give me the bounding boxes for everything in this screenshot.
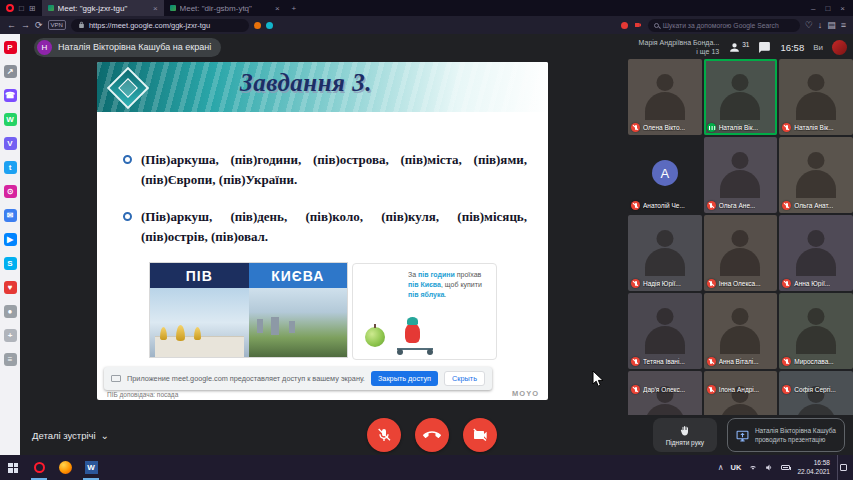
participant-tile[interactable]: Анна Юрії...	[779, 215, 853, 291]
workspaces-icon[interactable]: ⊞	[29, 4, 36, 13]
participant-name: Ольга Анат...	[794, 202, 833, 209]
caption-highlight: пів години	[418, 271, 455, 278]
participant-tile[interactable]: Анна Віталі...	[704, 293, 778, 369]
taskbar-word-icon[interactable]: W	[78, 455, 104, 480]
city-photo	[249, 288, 348, 357]
participant-tile[interactable]: Інна Олекса...	[704, 215, 778, 291]
viber-icon[interactable]: V	[4, 137, 17, 150]
participant-tile[interactable]: А Анатолій Че...	[628, 137, 702, 213]
extension-icon[interactable]	[254, 22, 261, 29]
tab-close-icon[interactable]: ×	[275, 4, 280, 13]
chat-icon[interactable]	[758, 41, 771, 54]
tray-chevron-up-icon[interactable]: ∧	[718, 463, 724, 472]
taskbar-time: 16:58	[797, 459, 830, 468]
participant-name: Анатолій Че...	[643, 202, 685, 209]
caption-highlight: пів яблука	[408, 291, 444, 298]
taskbar-firefox-icon[interactable]	[52, 455, 78, 480]
participant-tile[interactable]: Наталія Вік...	[704, 59, 778, 135]
participant-tile[interactable]: Наталія Вік...	[779, 59, 853, 135]
screen-share-indicator-icon[interactable]	[621, 22, 628, 29]
favorites-heart-icon[interactable]: ♥	[4, 281, 17, 294]
address-bar[interactable]: https://meet.google.com/ggk-jzxr-tgu	[71, 19, 249, 32]
camera-toggle-button[interactable]	[463, 418, 497, 452]
mic-muted-icon	[707, 357, 716, 366]
window-maximize-button[interactable]: □	[825, 4, 830, 13]
messenger-icon[interactable]: ▶	[4, 233, 17, 246]
hide-notice-button[interactable]: Скрыть	[444, 371, 485, 386]
caption-part: За	[408, 271, 418, 278]
new-tab-button[interactable]: +	[286, 4, 303, 13]
extension-icon[interactable]	[266, 22, 273, 29]
browser-tab-active[interactable]: Meet: "ggk-jzxr-tgu" ×	[42, 0, 164, 16]
mic-muted-icon	[631, 385, 640, 394]
search-icon	[654, 23, 659, 28]
instagram-icon[interactable]: ⊙	[4, 185, 17, 198]
pinterest-icon[interactable]: P	[4, 41, 17, 54]
reload-button[interactable]: ⟳	[35, 20, 43, 30]
raise-hand-button[interactable]: Підняти руку	[653, 418, 717, 452]
participant-tile[interactable]: Олена Вікто...	[628, 59, 702, 135]
stop-sharing-button[interactable]: Закрыть доступ	[371, 371, 438, 386]
mic-muted-icon	[707, 385, 716, 394]
twitter-icon[interactable]: t	[4, 161, 17, 174]
participants-button[interactable]: 31	[728, 41, 749, 54]
meeting-details-button[interactable]: Деталі зустрічі ⌄	[32, 430, 109, 441]
taskbar-date: 22.04.2021	[797, 468, 830, 477]
wifi-icon[interactable]	[748, 463, 758, 472]
add-icon[interactable]: +	[4, 329, 17, 342]
presenting-name: Наталія Вікторівна Кашуба	[755, 426, 836, 435]
participant-tile[interactable]: Ілона Андрі...	[704, 371, 778, 415]
whatsapp-icon[interactable]: W	[4, 113, 17, 126]
language-indicator[interactable]: UK	[731, 463, 742, 472]
taskbar-opera-icon[interactable]	[26, 455, 52, 480]
google-search-box[interactable]: Шукати за допомогою Google Search	[648, 19, 800, 32]
slide-title: Завдання 3.	[240, 69, 372, 97]
speaker-icon[interactable]	[765, 463, 774, 472]
participant-tile[interactable]: Ольга Анат...	[779, 137, 853, 213]
location-icon[interactable]: ●	[4, 305, 17, 318]
more-icon[interactable]: ≡	[4, 353, 17, 366]
present-screen-icon	[736, 429, 749, 442]
action-center-button[interactable]	[837, 455, 849, 480]
mic-muted-icon	[631, 123, 640, 132]
share-icon[interactable]: ↗	[4, 65, 17, 78]
participant-tile[interactable]: Ольга Ане...	[704, 137, 778, 213]
mic-toggle-button[interactable]	[367, 418, 401, 452]
participant-tile[interactable]: Тетяна Івані...	[628, 293, 702, 369]
url-text: https://meet.google.com/ggk-jzxr-tgu	[89, 21, 210, 30]
participant-tile[interactable]: Дар'я Олекс...	[628, 371, 702, 415]
account-avatar[interactable]	[832, 40, 847, 55]
window-close-button[interactable]: ×	[840, 4, 845, 13]
scooter-rider-illustration	[405, 323, 420, 343]
participant-tile[interactable]: Софія Сергі...	[779, 371, 853, 415]
clock[interactable]: 16:58 22.04.2021	[797, 459, 830, 477]
browser-tab-inactive[interactable]: Meet: "dir-gsbm-ytq" ×	[164, 0, 286, 16]
sidebar-panel-icon[interactable]: ▤	[827, 20, 836, 30]
end-call-button[interactable]	[415, 418, 449, 452]
mic-muted-icon	[631, 279, 640, 288]
back-button[interactable]: ←	[7, 20, 16, 30]
tab-close-icon[interactable]: ×	[153, 4, 158, 13]
window-minimize-button[interactable]: –	[811, 4, 815, 13]
phone-icon[interactable]: ☎	[4, 89, 17, 102]
browser-tab-bar: □ ⊞ Meet: "ggk-jzxr-tgu" × Meet: "dir-gs…	[0, 0, 853, 16]
chevron-down-icon: ⌄	[101, 430, 109, 441]
mouse-cursor	[592, 370, 604, 388]
mail-icon[interactable]: ✉	[4, 209, 17, 222]
participant-tile[interactable]: Надія Юрії...	[628, 215, 702, 291]
opera-menu-icon[interactable]	[6, 4, 14, 12]
vpn-badge[interactable]: VPN	[48, 20, 66, 30]
skype-icon[interactable]: S	[4, 257, 17, 270]
lock-icon	[78, 21, 85, 29]
forward-button[interactable]: →	[21, 20, 30, 30]
meet-header: Н Наталія Вікторівна Кашуба на екрані Ма…	[20, 34, 853, 60]
downloads-icon[interactable]: ↓	[818, 20, 823, 30]
camera-off-icon	[472, 427, 488, 443]
camera-active-icon[interactable]	[633, 21, 643, 29]
tab-overview-icon[interactable]: □	[19, 4, 24, 13]
start-button[interactable]	[0, 455, 26, 480]
bookmarks-heart-icon[interactable]: ♡	[805, 20, 813, 30]
participant-tile[interactable]: Мирослава...	[779, 293, 853, 369]
browser-menu-icon[interactable]: ≡	[841, 20, 846, 30]
battery-icon[interactable]	[781, 465, 790, 470]
